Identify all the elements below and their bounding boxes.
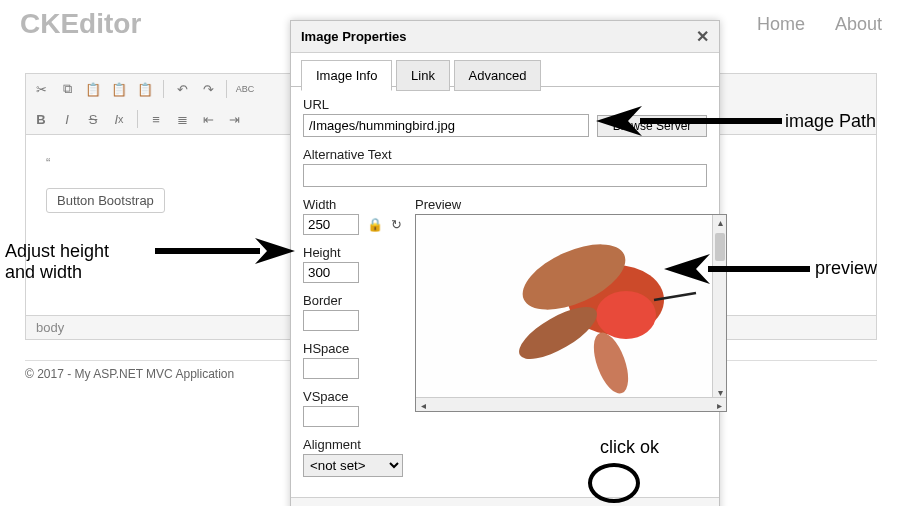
url-input[interactable] bbox=[303, 114, 589, 137]
strike-icon[interactable]: S bbox=[82, 108, 104, 130]
width-input[interactable] bbox=[303, 214, 359, 235]
nav-about[interactable]: About bbox=[835, 14, 882, 35]
numbered-list-icon[interactable]: ≡ bbox=[145, 108, 167, 130]
alignment-label: Alignment bbox=[303, 437, 403, 452]
undo-icon[interactable]: ↶ bbox=[171, 78, 193, 100]
annotation-adjust-height: Adjust height bbox=[5, 241, 109, 262]
tab-advanced[interactable]: Advanced bbox=[454, 60, 542, 91]
scroll-right-icon[interactable]: ▸ bbox=[712, 398, 726, 412]
height-input[interactable] bbox=[303, 262, 359, 283]
preview-label: Preview bbox=[415, 197, 727, 212]
height-label: Height bbox=[303, 245, 403, 260]
button-bootstrap[interactable]: Button Bootstrap bbox=[46, 188, 165, 213]
outdent-icon[interactable]: ⇤ bbox=[197, 108, 219, 130]
cut-icon[interactable]: ✂ bbox=[30, 78, 52, 100]
copyright-text: © 2017 - My ASP.NET MVC Application bbox=[25, 367, 234, 381]
annotation-ok-circle bbox=[588, 463, 640, 503]
tab-link[interactable]: Link bbox=[396, 60, 450, 91]
alt-text-label: Alternative Text bbox=[303, 147, 707, 162]
border-label: Border bbox=[303, 293, 403, 308]
preview-horizontal-scrollbar[interactable]: ◂ ▸ bbox=[416, 397, 726, 411]
preview-image bbox=[416, 215, 726, 397]
width-label: Width bbox=[303, 197, 403, 212]
reset-icon[interactable]: ↻ bbox=[391, 217, 402, 232]
nav-home[interactable]: Home bbox=[757, 14, 805, 35]
hspace-input[interactable] bbox=[303, 358, 359, 379]
paste-text-icon[interactable]: 📋 bbox=[108, 78, 130, 100]
border-input[interactable] bbox=[303, 310, 359, 331]
scroll-up-icon[interactable]: ▴ bbox=[713, 215, 727, 229]
paste-icon[interactable]: 📋 bbox=[82, 78, 104, 100]
alt-text-input[interactable] bbox=[303, 164, 707, 187]
close-icon[interactable]: ✕ bbox=[696, 27, 709, 46]
vspace-input[interactable] bbox=[303, 406, 359, 427]
svg-marker-10 bbox=[596, 106, 642, 136]
copy-icon[interactable]: ⧉ bbox=[56, 78, 78, 100]
hspace-label: HSpace bbox=[303, 341, 403, 356]
preview-vertical-scrollbar[interactable]: ▴ ▾ bbox=[712, 215, 726, 399]
svg-marker-12 bbox=[664, 254, 710, 284]
annotation-preview: preview bbox=[815, 258, 877, 279]
arrow-image-path-icon bbox=[592, 102, 782, 140]
preview-box: ▴ ▾ ◂ ▸ bbox=[415, 214, 727, 412]
scroll-left-icon[interactable]: ◂ bbox=[416, 398, 430, 412]
paste-word-icon[interactable]: 📋 bbox=[134, 78, 156, 100]
image-properties-dialog: Image Properties ✕ Image Info Link Advan… bbox=[290, 20, 720, 506]
annotation-image-path: image Path bbox=[785, 111, 876, 132]
vspace-label: VSpace bbox=[303, 389, 403, 404]
redo-icon[interactable]: ↷ bbox=[197, 78, 219, 100]
annotation-and-width: and width bbox=[5, 262, 82, 283]
indent-icon[interactable]: ⇥ bbox=[223, 108, 245, 130]
app-logo: CKEditor bbox=[20, 8, 141, 40]
tab-image-info[interactable]: Image Info bbox=[301, 60, 392, 91]
arrow-left-icon bbox=[155, 236, 300, 266]
annotation-click-ok: click ok bbox=[600, 437, 659, 458]
remove-format-icon[interactable]: Ix bbox=[108, 108, 130, 130]
bullet-list-icon[interactable]: ≣ bbox=[171, 108, 193, 130]
spellcheck-icon[interactable]: ABC bbox=[234, 78, 256, 100]
svg-point-2 bbox=[596, 291, 656, 339]
bold-icon[interactable]: B bbox=[30, 108, 52, 130]
alignment-select[interactable]: <not set> bbox=[303, 454, 403, 477]
italic-icon[interactable]: I bbox=[56, 108, 78, 130]
svg-marker-8 bbox=[255, 238, 295, 264]
arrow-preview-icon bbox=[660, 250, 810, 288]
lock-icon[interactable]: 🔒 bbox=[367, 217, 383, 232]
dialog-title: Image Properties bbox=[301, 29, 407, 44]
